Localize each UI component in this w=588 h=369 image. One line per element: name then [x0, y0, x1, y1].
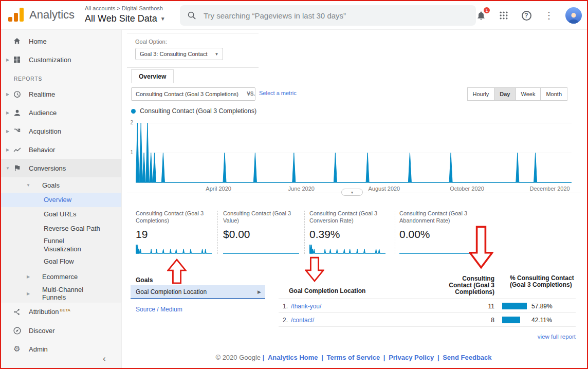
column-header-percent: % Consulting Contact (Goal 3 Completions…	[510, 275, 577, 288]
sidebar-item-customization[interactable]: ▶ Customization	[1, 50, 121, 69]
select-a-metric-link[interactable]: Select a metric	[259, 90, 297, 96]
table-row: 2. /contact/ 8 42.11%	[279, 313, 576, 327]
chart-x-label: June 2020	[288, 186, 315, 192]
sidebar-item-goals-overview[interactable]: Overview	[1, 193, 121, 207]
explore-icon	[12, 326, 22, 335]
granularity-hourly-button[interactable]: Hourly	[467, 87, 495, 101]
sidebar-item-behavior[interactable]: ▶ Behavior	[1, 140, 121, 159]
sidebar-item-goal-urls[interactable]: Goal URLs	[1, 207, 121, 222]
dimension-source-medium-link[interactable]: Source / Medium	[136, 306, 182, 313]
home-icon	[12, 36, 22, 46]
clock-icon	[12, 89, 22, 99]
scorecard-value: 0.39%	[309, 228, 392, 241]
sidebar-item-goal-flow[interactable]: Goal Flow	[1, 254, 121, 269]
sidebar-item-conversions[interactable]: ▼ Conversions	[1, 159, 121, 177]
location-link[interactable]: /thank-you/	[291, 303, 321, 310]
apps-grid-icon	[499, 10, 509, 21]
main-content: Goal Option: Goal 3: Consulting Contact …	[122, 30, 587, 368]
chevron-down-icon: ▼	[214, 52, 218, 57]
gear-icon: ⚙	[12, 344, 22, 354]
sparkline-chart	[399, 243, 475, 254]
footer-link-feedback[interactable]: Send Feedback	[443, 354, 491, 361]
search-bar	[180, 5, 476, 26]
tab-overview[interactable]: Overview	[131, 69, 174, 83]
sidebar-item-acquisition[interactable]: ▶ Acquisition	[1, 122, 121, 140]
analytics-logo[interactable]: Analytics	[8, 7, 75, 23]
sidebar-item-realtime[interactable]: ▶ Realtime	[1, 85, 121, 103]
goals-panel-title: Goals	[136, 276, 153, 284]
goal-completions-table: Goal Completion Location Consulting Cont…	[279, 267, 576, 327]
card-separator	[304, 211, 305, 254]
reports-section-label: REPORTS	[1, 69, 121, 85]
footer-link-analytics-home[interactable]: Analytics Home	[268, 354, 318, 361]
chart-legend: Consulting Contact (Goal 3 Completions)	[131, 107, 256, 115]
expand-icon: ▶	[25, 291, 32, 296]
sidebar-item-attribution[interactable]: AttributionBETA	[1, 303, 121, 321]
row-rank: 2.	[283, 317, 288, 324]
percent-value: 57.89%	[531, 303, 553, 310]
sidebar-item-audience[interactable]: ▶ Audience	[1, 103, 121, 122]
timeline-drag-handle[interactable]: ▼	[341, 189, 363, 196]
property-selector[interactable]: All Web Site Data ▼	[85, 13, 166, 24]
more-menu-button[interactable]: ⋮	[543, 9, 555, 22]
dashboard-icon	[12, 55, 22, 64]
help-button[interactable]: ?	[520, 9, 532, 22]
metric-selector-dropdown[interactable]: Consulting Contact (Goal 3 Completions) …	[131, 87, 255, 101]
sidebar-item-goals[interactable]: ▼ Goals	[1, 177, 121, 193]
apps-grid-button[interactable]	[498, 9, 510, 22]
expand-icon: ▶	[4, 110, 11, 115]
y-axis-tick: 1	[125, 150, 133, 155]
dimension-goal-completion-location[interactable]: Goal Completion Location ▶	[131, 285, 265, 299]
scorecard-value: 0.00%	[399, 228, 482, 241]
search-input[interactable]	[204, 11, 469, 20]
sidebar-item-funnel-visualization[interactable]: Funnel Visualization	[1, 236, 121, 254]
location-link[interactable]: /contact/	[291, 317, 314, 324]
sidebar-item-multi-channel-funnels[interactable]: ▶ Multi-Channel Funnels	[1, 284, 121, 303]
avatar[interactable]	[565, 7, 582, 24]
sidebar: Home ▶ Customization REPORTS ▶ Realtime …	[1, 30, 122, 368]
granularity-month-button[interactable]: Month	[540, 87, 567, 101]
view-full-report-link[interactable]: view full report	[538, 334, 576, 340]
notifications-button[interactable]: 1	[475, 9, 487, 22]
granularity-week-button[interactable]: Week	[516, 87, 541, 101]
person-icon	[12, 108, 22, 117]
goal-option-dropdown[interactable]: Goal 3: Consulting Contact ▼	[135, 48, 223, 60]
screenshot-frame: Analytics All accounts > Digital Santhos…	[0, 0, 588, 369]
goal-option-label: Goal Option:	[135, 39, 250, 45]
beta-badge: BETA	[60, 308, 70, 312]
share-nodes-icon	[12, 307, 22, 317]
footer-link-terms[interactable]: Terms of Service	[326, 354, 380, 361]
help-icon: ?	[522, 11, 531, 21]
granularity-day-button[interactable]: Day	[494, 87, 516, 101]
property-name: All Web Site Data	[85, 13, 157, 24]
column-header-completions: Consulting Contact (Goal 3 Completions)	[428, 275, 494, 296]
table-header-row: Goal Completion Location Consulting Cont…	[279, 267, 576, 299]
footer-link-privacy[interactable]: Privacy Policy	[389, 354, 434, 361]
chart-x-label: April 2020	[206, 186, 231, 192]
breadcrumb[interactable]: All accounts > Digital Santhosh	[85, 5, 163, 11]
series-dot-icon	[131, 109, 136, 114]
sidebar-collapse-button[interactable]: ‹	[103, 354, 106, 364]
person-icon	[567, 11, 580, 24]
expand-icon: ▶	[4, 58, 11, 62]
column-header-location: Goal Completion Location	[289, 287, 365, 294]
completions-value: 8	[428, 317, 494, 324]
percent-value: 42.11%	[531, 317, 552, 324]
sidebar-item-reverse-goal-path[interactable]: Reverse Goal Path	[1, 222, 121, 236]
timeseries-chart	[136, 119, 572, 184]
sidebar-item-ecommerce[interactable]: ▶ Ecommerce	[1, 269, 121, 284]
table-row: 1. /thank-you/ 11 57.89%	[279, 299, 576, 313]
expand-icon: ▶	[4, 147, 11, 152]
goal-option-panel: Goal Option: Goal 3: Consulting Contact …	[127, 33, 259, 68]
scorecard-value: $0.00	[223, 228, 299, 241]
sidebar-item-home[interactable]: Home	[1, 32, 121, 50]
expand-icon: ▶	[4, 129, 11, 134]
footer: © 2020 Google | Analytics Home | Terms o…	[122, 354, 587, 361]
sidebar-item-discover[interactable]: Discover	[1, 321, 121, 340]
search-icon	[187, 11, 196, 20]
copyright-text: © 2020 Google	[215, 354, 261, 361]
flag-icon	[12, 163, 22, 173]
expand-icon: ▶	[4, 92, 11, 97]
vs-label: VS.	[247, 91, 255, 97]
granularity-toggle: Hourly Day Week Month	[468, 87, 567, 101]
